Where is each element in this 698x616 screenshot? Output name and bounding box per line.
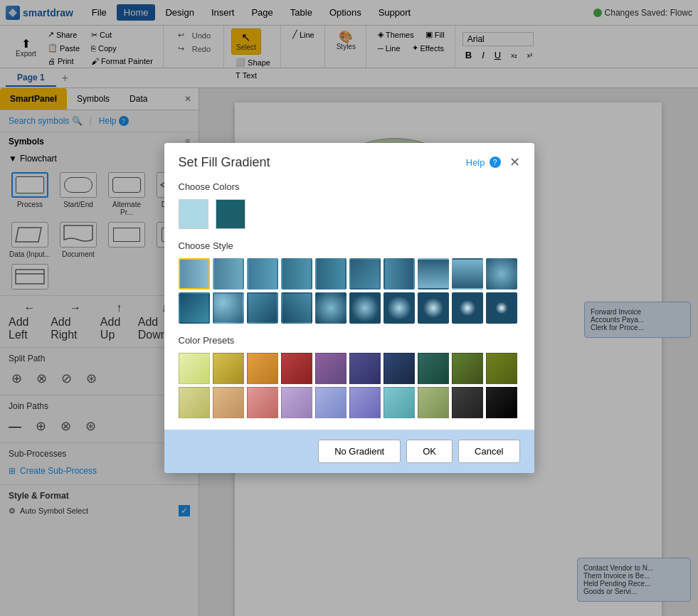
preset-cell-6[interactable] [349, 353, 381, 384]
dialog-help-icon: ? [490, 156, 501, 168]
dialog-title: Set Fill Gradient [179, 155, 270, 170]
preset-cell-20[interactable] [486, 387, 517, 418]
style-cell-20[interactable] [486, 292, 517, 324]
style-cell-14[interactable] [281, 292, 312, 324]
dialog-close-button[interactable]: ✕ [509, 154, 520, 170]
preset-cell-5[interactable] [315, 353, 347, 384]
color-swatch-light-blue[interactable] [179, 199, 208, 229]
preset-cell-18[interactable] [418, 387, 449, 418]
preset-cell-16[interactable] [349, 387, 381, 418]
preset-cell-11[interactable] [179, 387, 210, 418]
style-cell-7[interactable] [384, 258, 415, 290]
style-cell-11[interactable] [179, 292, 210, 324]
preset-cell-17[interactable] [384, 387, 415, 418]
style-cell-18[interactable] [418, 292, 449, 324]
preset-cell-19[interactable] [452, 387, 483, 418]
preset-cell-9[interactable] [452, 353, 483, 384]
color-presets-label: Color Presets [179, 335, 520, 346]
color-swatch-dark-teal[interactable] [216, 199, 245, 229]
style-cell-19[interactable] [452, 292, 483, 324]
set-fill-gradient-dialog: Set Fill Gradient Help ? ✕ Choose Colors… [164, 143, 534, 473]
preset-cell-12[interactable] [213, 387, 244, 418]
style-cell-17[interactable] [384, 292, 415, 324]
style-cell-12[interactable] [213, 292, 244, 324]
dialog-header: Set Fill Gradient Help ? ✕ [164, 143, 534, 176]
style-cell-6[interactable] [349, 258, 381, 290]
color-swatches [179, 199, 520, 229]
style-cell-8[interactable] [418, 258, 449, 290]
no-gradient-button[interactable]: No Gradient [318, 440, 401, 463]
style-cell-9[interactable] [452, 258, 483, 290]
style-cell-10[interactable] [486, 258, 517, 290]
preset-cell-2[interactable] [213, 353, 244, 384]
dialog-body: Choose Colors Choose Style [164, 176, 534, 430]
style-cell-1[interactable] [179, 258, 210, 290]
style-cell-5[interactable] [315, 258, 347, 290]
dialog-footer: No Gradient OK Cancel [164, 430, 534, 473]
style-cell-3[interactable] [247, 258, 278, 290]
choose-style-label: Choose Style [179, 240, 520, 251]
preset-cell-8[interactable] [418, 353, 449, 384]
style-cell-2[interactable] [213, 258, 244, 290]
preset-cell-13[interactable] [247, 387, 278, 418]
preset-cell-1[interactable] [179, 353, 210, 384]
style-cell-16[interactable] [349, 292, 381, 324]
preset-cell-7[interactable] [384, 353, 415, 384]
style-cell-4[interactable] [281, 258, 312, 290]
preset-cell-10[interactable] [486, 353, 517, 384]
preset-grid [179, 353, 520, 418]
preset-cell-15[interactable] [315, 387, 347, 418]
dialog-help-link[interactable]: Help ? [466, 156, 501, 168]
preset-cell-14[interactable] [281, 387, 312, 418]
style-cell-15[interactable] [315, 292, 347, 324]
style-cell-13[interactable] [247, 292, 278, 324]
preset-cell-4[interactable] [281, 353, 312, 384]
choose-colors-label: Choose Colors [179, 181, 520, 192]
cancel-button[interactable]: Cancel [458, 440, 519, 463]
preset-cell-3[interactable] [247, 353, 278, 384]
dialog-overlay: Set Fill Gradient Help ? ✕ Choose Colors… [0, 0, 698, 616]
style-grid [179, 258, 520, 324]
ok-button[interactable]: OK [406, 440, 453, 463]
